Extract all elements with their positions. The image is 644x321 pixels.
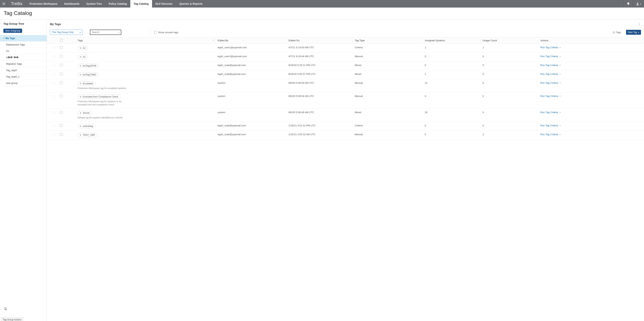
grip-icon: ⋮⋮ (52, 125, 53, 128)
row-checkbox[interactable] (58, 109, 76, 122)
row-checkbox[interactable] (58, 122, 76, 131)
drag-handle[interactable]: ⋮⋮ (47, 109, 58, 122)
nav-tab-dlp-discover[interactable]: DLP Discover (152, 0, 176, 7)
usage-count-cell: 0 (481, 53, 538, 61)
nav-tab-system-tree[interactable]: System Tree (83, 0, 106, 7)
tag-icon (80, 74, 82, 76)
tree-item[interactable]: Tag_epp0_1 (0, 74, 47, 80)
col-select-all-header[interactable] (58, 37, 76, 44)
table-row: ⋮⋮TEST_UBPepp0_soak@yopmail.com1/15/21 4… (47, 131, 644, 140)
chevron-down-icon: ▾ (560, 64, 560, 66)
col-tags-header[interactable]: Tags▾ (76, 37, 216, 44)
tag-chip[interactable]: Escalated (78, 81, 96, 86)
row-checkbox[interactable] (58, 53, 76, 61)
tag-group-actions-button[interactable]: Tag Group Actions (1, 318, 23, 321)
tag-chip[interactable]: TEST_UBP (78, 133, 98, 137)
tag-cell: bvtTag26748 (76, 61, 216, 70)
row-checkbox[interactable] (58, 44, 76, 53)
tag-chip[interactable]: A2 (78, 55, 88, 59)
show-unused-checkbox[interactable]: Show unused tags (154, 31, 178, 34)
new-tag-button[interactable]: New Tag ▾ (626, 30, 641, 35)
tree-item[interactable]: G1 (0, 48, 47, 54)
tag-cell: subnettag (76, 122, 216, 131)
run-tag-criteria-button[interactable]: Run Tag Criteria▾ (540, 81, 560, 84)
tag-chip-label: bvtTag26748 (83, 64, 96, 67)
tag-chip[interactable]: bvtTag26748 (78, 64, 99, 68)
checkbox-icon (60, 55, 62, 57)
table-row: ⋮⋮Excluded from Compliance CheckProtecti… (47, 92, 644, 109)
tag-icon (80, 56, 82, 58)
tag-chip[interactable]: subnettag (78, 124, 96, 128)
col-tag-type-header[interactable]: Tag Type (353, 37, 423, 44)
col-edited-by-header[interactable]: Edited By (216, 37, 286, 44)
row-checkbox[interactable] (58, 92, 76, 109)
action-label: Run Tag Criteria (540, 81, 558, 84)
chevron-down-icon: ▾ (638, 31, 639, 33)
drag-handle[interactable]: ⋮⋮ (47, 61, 58, 70)
drag-handle[interactable]: ⋮⋮ (47, 122, 58, 131)
tag-cell: EscalatedProtection Workspace tag for es… (76, 79, 216, 92)
chevron-down-icon: ▾ (80, 31, 81, 33)
clear-search-icon[interactable]: ✕ (118, 31, 120, 33)
col-assigned-header[interactable]: Assigned Systems (423, 37, 481, 44)
row-checkbox[interactable] (58, 79, 76, 92)
usage-count-cell: 0 (481, 70, 538, 79)
run-tag-criteria-button[interactable]: Run Tag Criteria▾ (540, 64, 560, 67)
nav-tab-tag-catalog[interactable]: Tag Catalog (130, 0, 152, 7)
col-edited-on-header[interactable]: Edited On (287, 37, 353, 44)
action-label: Run Tag Criteria (540, 55, 558, 58)
nav-tab-policy-catalog[interactable]: Policy Catalog (105, 0, 130, 7)
tree-item[interactable]: Deployment Tags (0, 41, 47, 48)
run-tag-criteria-button[interactable]: Run Tag Criteria▾ (540, 95, 560, 98)
tag-type-cell: Criteria (353, 122, 423, 131)
row-checkbox[interactable] (58, 131, 76, 140)
tree-item[interactable]: Migration Tags (0, 61, 47, 67)
tag-chip[interactable]: Server (78, 111, 92, 115)
run-tag-criteria-button[interactable]: Run Tag Criteria▾ (540, 133, 560, 136)
row-checkbox[interactable] (58, 61, 76, 70)
tag-cell: A1 (76, 44, 216, 53)
tag-description: Protection Workspace tag for escalated s… (78, 87, 130, 90)
brand-logo[interactable]: Trellix (8, 0, 26, 7)
sidebar-header: Tag Group Tree (0, 20, 47, 27)
action-label: Run Tag Criteria (540, 73, 558, 75)
tag-count: 11 Tags (612, 31, 621, 34)
new-subgroup-button[interactable]: New Subgroup (4, 29, 22, 33)
panel-menu-button[interactable] (637, 22, 641, 26)
tag-type-cell: Mixed (353, 61, 423, 70)
drag-handle[interactable]: ⋮⋮ (47, 53, 58, 61)
col-usage-header[interactable]: Usage Count (481, 37, 538, 44)
nav-tab-protection-workspace[interactable]: Protection Workspace (26, 0, 61, 7)
drag-handle[interactable]: ⋮⋮ (47, 44, 58, 53)
drag-handle[interactable]: ⋮⋮ (47, 79, 58, 92)
tree-item[interactable]: H��`�� (0, 54, 47, 61)
tag-chip[interactable]: bvtTag73462 (78, 73, 99, 77)
sidebar-collapse-button[interactable]: ‹ (0, 20, 1, 27)
run-tag-criteria-button[interactable]: Run Tag Criteria▾ (540, 124, 560, 127)
drag-handle[interactable]: ⋮⋮ (47, 70, 58, 79)
tree-root-my-tags[interactable]: ▾ My Tags (0, 35, 47, 41)
hamburger-menu-button[interactable] (0, 0, 8, 7)
notifications-button[interactable] (624, 0, 633, 7)
tag-chip[interactable]: A1 (78, 46, 88, 50)
user-menu-button[interactable]: ▾ (633, 0, 644, 7)
tree-item[interactable]: new group (0, 80, 47, 86)
tag-type-cell: Criteria (353, 44, 423, 53)
checkbox-icon (60, 81, 62, 84)
tag-cell: A2 (76, 53, 216, 61)
run-tag-criteria-button[interactable]: Run Tag Criteria▾ (540, 46, 560, 49)
row-checkbox[interactable] (58, 70, 76, 79)
search-input[interactable] (90, 30, 121, 35)
run-tag-criteria-button[interactable]: Run Tag Criteria▾ (540, 73, 560, 75)
chevron-down-icon: ▾ (560, 55, 560, 57)
run-tag-criteria-button[interactable]: Run Tag Criteria▾ (540, 55, 560, 58)
tag-chip[interactable]: Excluded from Compliance Check (78, 95, 121, 99)
nav-tab-dashboards[interactable]: Dashboards (61, 0, 83, 7)
run-tag-criteria-button[interactable]: Run Tag Criteria▾ (540, 111, 560, 114)
tree-item[interactable]: Tag_epp0 (0, 67, 47, 74)
checkbox-icon (60, 39, 63, 41)
drag-handle[interactable]: ⋮⋮ (47, 131, 58, 140)
drag-handle[interactable]: ⋮⋮ (47, 92, 58, 109)
scope-select[interactable]: This Tag Group Only ▾ (50, 30, 83, 35)
nav-tab-queries-reports[interactable]: Queries & Reports (176, 0, 206, 7)
